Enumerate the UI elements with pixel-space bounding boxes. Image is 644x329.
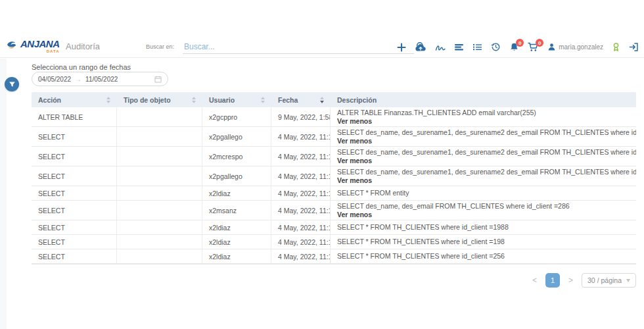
cell-tipo <box>117 201 202 220</box>
cell-fecha: 4 May, 2022, 11:15 <box>271 186 331 200</box>
notifications-badge: 0 <box>516 39 524 47</box>
ver-menos-link[interactable]: Ver menos <box>337 137 372 145</box>
certification-ribbon-icon[interactable] <box>612 42 620 52</box>
filter-button[interactable] <box>5 77 19 91</box>
toolbar: 0 0 maria.gonzalez <box>397 36 639 58</box>
cart-badge: 0 <box>536 39 543 47</box>
cell-fecha: 4 May, 2022, 11:15 <box>271 201 331 220</box>
next-page-button[interactable]: > <box>566 274 576 286</box>
cell-usuario: x2gcppro <box>202 107 271 126</box>
search-scope-label: Buscar en: <box>146 43 174 50</box>
search-input[interactable] <box>183 41 414 54</box>
logo-swirl-icon <box>5 39 18 51</box>
table-row: SELECT x2pgallego 4 May, 2022, 11:15 SEL… <box>32 166 636 186</box>
date-range-label: Selecciona un rango de fechas <box>32 63 131 71</box>
table-row: SELECT x2msanz 4 May, 2022, 11:15 SELECT… <box>32 201 636 220</box>
cell-fecha: 4 May, 2022, 11:15 <box>271 220 331 234</box>
cell-accion: SELECT <box>32 186 117 200</box>
chevron-down-icon <box>626 279 630 282</box>
sort-icon[interactable] <box>192 97 196 103</box>
cell-tipo <box>117 127 202 146</box>
range-arrow-icon: → <box>75 76 81 83</box>
page-size-select[interactable]: 30 / página <box>582 273 636 288</box>
ver-menos-link[interactable]: Ver menos <box>337 117 372 126</box>
cell-usuario: x2pgallego <box>202 166 271 186</box>
calendar-icon <box>154 76 162 83</box>
cell-accion: SELECT <box>32 235 117 249</box>
cell-descripcion: SELECT * FROM TH_CLIENTES where id_clien… <box>331 249 636 263</box>
date-range-picker[interactable]: 04/05/2022 → 11/05/2022 <box>32 72 168 86</box>
page-title: Auditoría <box>66 41 100 51</box>
cell-usuario: x2msanz <box>202 201 271 220</box>
date-from: 04/05/2022 <box>38 76 71 83</box>
list-icon[interactable] <box>472 43 482 51</box>
column-header-usuario: Usuario <box>202 92 271 107</box>
cell-usuario: x2ldiaz <box>202 220 271 234</box>
date-to: 11/05/2022 <box>85 76 118 83</box>
ver-menos-link[interactable]: Ver menos <box>337 176 372 185</box>
cell-tipo <box>117 235 202 249</box>
cell-accion: SELECT <box>32 249 117 263</box>
funnel-icon <box>9 81 16 88</box>
table-row: SELECT x2ldiaz 4 May, 2022, 11:15 SELECT… <box>32 220 636 235</box>
sort-icon[interactable] <box>261 97 265 103</box>
cell-usuario: x2mcrespo <box>202 147 271 166</box>
cell-fecha: 4 May, 2022, 11:15 <box>271 249 331 263</box>
table-row: SELECT x2mcrespo 4 May, 2022, 11:15 SELE… <box>32 147 636 166</box>
logout-icon[interactable] <box>629 42 639 52</box>
current-page-button[interactable]: 1 <box>545 273 560 288</box>
anjana-logo[interactable]: ANJANA DATA <box>5 39 60 53</box>
table-header-row: Acción Tipo de objeto Usuario Fecha Desc… <box>32 92 636 107</box>
column-header-descripcion: Descripción <box>331 92 636 107</box>
notifications-bell-icon[interactable]: 0 <box>509 42 519 52</box>
user-icon <box>547 43 556 51</box>
cell-accion: SELECT <box>32 127 117 146</box>
cell-descripcion: SELECT * FROM entity <box>331 186 636 200</box>
logo-text: ANJANA DATA <box>20 39 60 53</box>
column-header-accion: Acción <box>32 92 117 107</box>
cell-usuario: x2ldiaz <box>202 249 271 263</box>
cell-tipo <box>117 249 202 263</box>
cell-descripcion: SELECT * FROM TH_CLIENTES where id_clien… <box>331 220 636 234</box>
sort-icon[interactable] <box>106 97 110 103</box>
signature-icon[interactable] <box>435 43 446 52</box>
table-row: SELECT x2ldiaz 4 May, 2022, 11:15 SELECT… <box>32 235 636 249</box>
audit-page: ANJANA DATA Auditoría Buscar en: <box>0 0 644 329</box>
table-row: SELECT x2pgallego 4 May, 2022, 11:16 SEL… <box>32 127 636 147</box>
cell-accion: SELECT <box>32 201 117 220</box>
cell-descripcion: SELECT des_name, des_surename1, des_sure… <box>331 147 636 166</box>
add-icon[interactable] <box>397 43 406 52</box>
ver-menos-link[interactable]: Ver menos <box>337 157 372 165</box>
sort-icon[interactable] <box>320 97 324 103</box>
cloud-upload-icon[interactable] <box>415 43 426 52</box>
page-size-value: 30 / página <box>587 276 622 284</box>
cell-fecha: 4 May, 2022, 11:15 <box>271 147 331 166</box>
cart-icon[interactable]: 0 <box>528 42 539 52</box>
cell-accion: SELECT <box>32 166 117 186</box>
history-icon[interactable] <box>491 42 501 52</box>
column-header-fecha: Fecha <box>271 92 331 107</box>
table-row: SELECT x2ldiaz 4 May, 2022, 11:15 SELECT… <box>32 249 636 264</box>
cell-fecha: 4 May, 2022, 11:15 <box>271 166 331 186</box>
cell-accion: ALTER TABLE <box>32 107 117 126</box>
cell-descripcion: SELECT des_name, des_surename1, des_sure… <box>331 127 636 146</box>
cell-fecha: 4 May, 2022, 11:15 <box>271 235 331 249</box>
ver-menos-link[interactable]: Ver menos <box>337 211 372 219</box>
collapsed-sidebar <box>0 59 7 329</box>
cell-tipo <box>117 186 202 200</box>
rows-icon[interactable] <box>454 43 464 51</box>
cell-fecha: 9 May, 2022, 1:58 <box>271 107 331 126</box>
cell-accion: SELECT <box>32 220 117 234</box>
table-row: SELECT x2ldiaz 4 May, 2022, 11:15 SELECT… <box>32 186 636 201</box>
cell-descripcion: SELECT des_name, des_email FROM TH_CLIEN… <box>331 201 636 220</box>
cell-descripcion: SELECT * FROM TH_CLIENTES where id_clien… <box>331 235 636 249</box>
cell-fecha: 4 May, 2022, 11:16 <box>271 127 331 146</box>
top-navbar: ANJANA DATA Auditoría Buscar en: <box>0 36 644 58</box>
cell-descripcion: ALTER TABLE Finanzas.TH_CLIENTES ADD ema… <box>331 107 636 126</box>
pagination: < 1 > 30 / página <box>530 273 636 288</box>
previous-page-button[interactable]: < <box>530 274 540 286</box>
column-header-tipo-de-objeto: Tipo de objeto <box>117 92 202 107</box>
username: maria.gonzalez <box>559 43 603 51</box>
brand-name: ANJANA <box>20 39 60 49</box>
user-menu[interactable]: maria.gonzalez <box>547 43 603 51</box>
